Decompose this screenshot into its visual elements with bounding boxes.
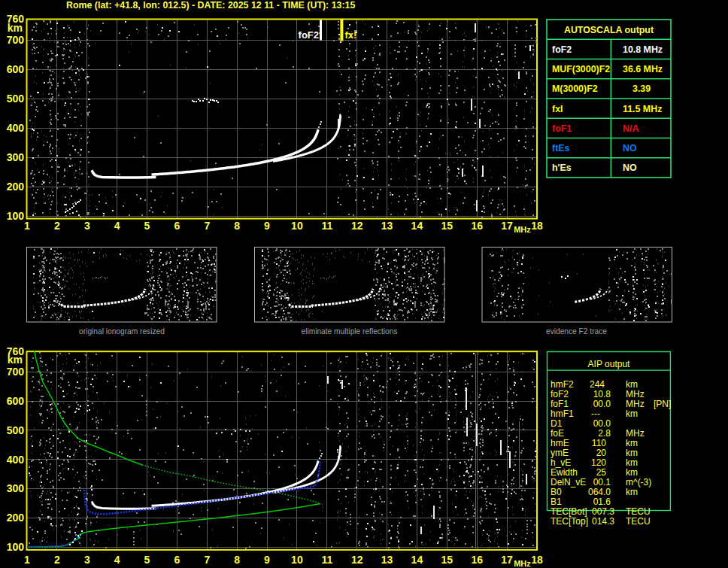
svg-text:3.39: 3.39 [632, 84, 651, 94]
svg-text:MHz: MHz [626, 389, 645, 399]
svg-text:2: 2 [54, 554, 60, 566]
svg-text:foF2: foF2 [551, 389, 569, 399]
svg-text:fxI: fxI [552, 104, 563, 114]
svg-text:original ionogram resized: original ionogram resized [79, 327, 165, 336]
svg-text:15: 15 [441, 554, 453, 566]
svg-text:110: 110 [592, 438, 606, 448]
svg-text:h'Es: h'Es [552, 163, 572, 173]
svg-text:fx!: fx! [345, 29, 357, 41]
svg-text:12: 12 [351, 220, 363, 232]
svg-text:km: km [8, 22, 23, 34]
svg-text:ymE: ymE [551, 448, 569, 458]
svg-text:eliminate multiple reflections: eliminate multiple reflections [302, 327, 398, 336]
svg-text:TEC[Top]: TEC[Top] [551, 516, 588, 527]
svg-text:16: 16 [471, 554, 483, 566]
svg-text:evidence F2 trace: evidence F2 trace [546, 327, 607, 336]
svg-text:hmE: hmE [551, 438, 569, 448]
svg-text:17: 17 [501, 554, 513, 566]
svg-text:MHz: MHz [626, 399, 645, 409]
svg-text:18: 18 [531, 220, 543, 232]
svg-text:NO: NO [623, 143, 637, 153]
svg-text:B1: B1 [551, 497, 562, 507]
svg-text:4: 4 [114, 220, 120, 232]
svg-text:km: km [626, 379, 638, 390]
svg-text:---: --- [591, 409, 600, 419]
svg-text:17: 17 [501, 220, 513, 232]
svg-text:foF1: foF1 [551, 399, 569, 409]
svg-text:400: 400 [7, 122, 25, 134]
svg-text:244: 244 [590, 379, 605, 390]
svg-text:1: 1 [24, 554, 30, 566]
svg-text:D1: D1 [551, 418, 563, 429]
svg-text:TEC[Bot]: TEC[Bot] [551, 506, 587, 517]
svg-text:300: 300 [7, 151, 25, 163]
svg-text:700: 700 [7, 34, 25, 46]
svg-text:AUTOSCALA output: AUTOSCALA output [564, 25, 654, 35]
svg-text:Ewidth: Ewidth [551, 467, 578, 478]
svg-text:6: 6 [174, 554, 180, 566]
svg-text:hmF2: hmF2 [551, 379, 574, 390]
svg-text:2: 2 [54, 220, 60, 232]
svg-text:00.0: 00.0 [593, 399, 611, 409]
svg-text:01.6: 01.6 [593, 497, 611, 507]
svg-text:B0: B0 [551, 487, 562, 497]
svg-text:00.1: 00.1 [593, 477, 611, 488]
svg-text:10: 10 [291, 554, 303, 566]
svg-text:NO: NO [623, 163, 637, 173]
svg-text:[PN]: [PN] [654, 399, 671, 409]
svg-text:9: 9 [264, 220, 270, 232]
svg-text:00.0: 00.0 [593, 418, 611, 429]
svg-text:11.5 MHz: 11.5 MHz [623, 104, 662, 114]
svg-text:10.8 MHz: 10.8 MHz [623, 44, 663, 55]
svg-text:120: 120 [591, 457, 606, 468]
svg-text:700: 700 [7, 366, 25, 378]
svg-text:10: 10 [291, 220, 303, 232]
svg-text:500: 500 [7, 424, 25, 436]
svg-text:20: 20 [596, 448, 607, 458]
svg-text:16: 16 [471, 220, 483, 232]
svg-text:10.8: 10.8 [593, 389, 611, 399]
svg-text:N/A: N/A [623, 123, 639, 134]
svg-text:13: 13 [381, 220, 393, 232]
svg-text:9: 9 [264, 554, 270, 566]
svg-text:km: km [626, 467, 638, 478]
svg-text:m^(-3): m^(-3) [626, 477, 651, 488]
svg-text:100: 100 [7, 541, 25, 553]
svg-text:13: 13 [381, 554, 393, 566]
svg-text:MHz: MHz [514, 559, 531, 568]
svg-text:200: 200 [7, 512, 25, 524]
svg-text:DelN_vE: DelN_vE [551, 477, 586, 488]
svg-text:6: 6 [174, 220, 180, 232]
svg-text:TECU: TECU [626, 506, 651, 517]
svg-text:11: 11 [321, 220, 332, 232]
svg-text:5: 5 [144, 554, 150, 566]
svg-text:foF1: foF1 [552, 123, 572, 134]
svg-text:36.6 MHz: 36.6 MHz [623, 64, 663, 74]
svg-text:8: 8 [234, 554, 240, 566]
svg-text:200: 200 [7, 181, 25, 193]
svg-text:300: 300 [7, 482, 25, 494]
svg-text:km: km [626, 438, 638, 448]
svg-text:MHz: MHz [514, 225, 531, 234]
svg-text:007.3: 007.3 [592, 506, 614, 517]
svg-text:MHz: MHz [626, 428, 645, 439]
svg-text:600: 600 [7, 395, 25, 407]
svg-text:2.8: 2.8 [598, 428, 611, 439]
svg-text:km: km [626, 457, 638, 468]
svg-text:5: 5 [144, 220, 150, 232]
svg-text:M(3000)F2: M(3000)F2 [552, 84, 598, 94]
svg-text:8: 8 [234, 220, 240, 232]
svg-text:1: 1 [24, 220, 30, 232]
svg-text:km: km [626, 487, 638, 497]
svg-text:500: 500 [7, 93, 25, 105]
svg-text:km: km [8, 354, 23, 366]
svg-text:foF2: foF2 [299, 29, 319, 41]
svg-text:600: 600 [7, 63, 25, 75]
svg-text:foE: foE [551, 428, 564, 439]
svg-text:hmF1: hmF1 [551, 409, 574, 419]
svg-text:18: 18 [531, 554, 543, 566]
svg-text:400: 400 [7, 454, 25, 466]
svg-text:TECU: TECU [626, 516, 651, 527]
svg-text:100: 100 [7, 210, 25, 222]
svg-text:15: 15 [441, 220, 453, 232]
